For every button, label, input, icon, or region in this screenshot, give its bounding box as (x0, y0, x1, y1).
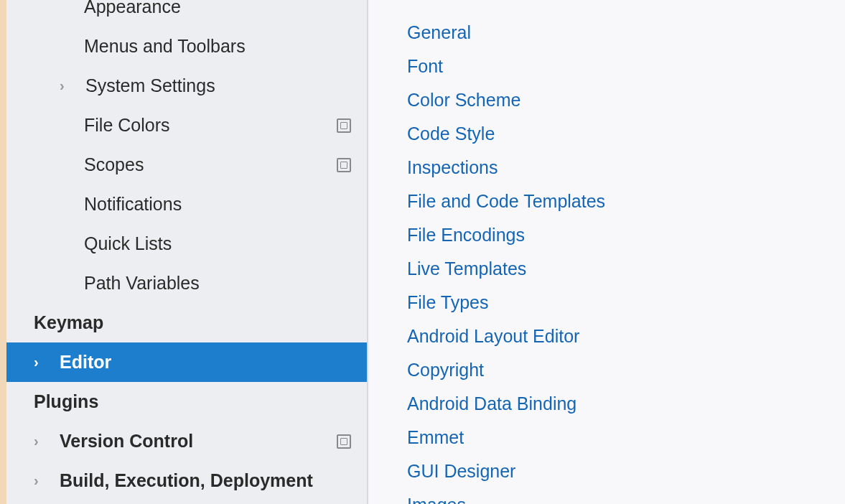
sidebar-item-label: Appearance (84, 0, 357, 17)
chevron-right-icon: › (34, 472, 39, 489)
sidebar-item-system-settings[interactable]: ›System Settings (6, 66, 367, 106)
project-level-icon (337, 118, 351, 133)
content-link-color-scheme[interactable]: Color Scheme (407, 83, 845, 117)
sidebar-item-menus-and-toolbars[interactable]: Menus and Toolbars (6, 27, 367, 66)
sidebar-item-label: File Colors (84, 115, 337, 136)
content-link-live-templates[interactable]: Live Templates (407, 252, 845, 286)
chevron-right-icon: › (34, 433, 39, 449)
sidebar-item-label: Plugins (34, 391, 357, 412)
sidebar-item-label: Scopes (84, 154, 337, 175)
sidebar-item-label: Version Control (60, 431, 337, 452)
sidebar-item-label: Quick Lists (84, 233, 357, 254)
sidebar-item-editor[interactable]: ›Editor (6, 342, 367, 382)
window-left-edge (0, 0, 6, 504)
content-link-images[interactable]: Images (407, 488, 845, 504)
content-link-file-and-code-templates[interactable]: File and Code Templates (407, 185, 845, 218)
chevron-right-icon: › (34, 354, 39, 370)
sidebar-item-label: Keymap (34, 312, 357, 333)
content-link-emmet[interactable]: Emmet (407, 421, 845, 454)
project-level-icon (337, 158, 351, 172)
content-link-android-layout-editor[interactable]: Android Layout Editor (407, 319, 845, 353)
sidebar-item-label: System Settings (85, 75, 357, 96)
sidebar-item-quick-lists[interactable]: Quick Lists (6, 224, 367, 263)
content-link-inspections[interactable]: Inspections (407, 151, 845, 185)
content-link-file-types[interactable]: File Types (407, 286, 845, 319)
sidebar-item-plugins[interactable]: Plugins (6, 382, 367, 421)
sidebar-item-notifications[interactable]: Notifications (6, 185, 367, 224)
sidebar-item-label: Menus and Toolbars (84, 36, 357, 57)
content-link-gui-designer[interactable]: GUI Designer (407, 454, 845, 488)
sidebar-item-build-execution-deployment[interactable]: ›Build, Execution, Deployment (6, 461, 367, 500)
content-link-font[interactable]: Font (407, 50, 845, 83)
settings-sidebar: AppearanceMenus and Toolbars›System Sett… (6, 0, 368, 504)
sidebar-item-label: Build, Execution, Deployment (60, 470, 357, 491)
sidebar-item-label: Editor (60, 352, 357, 373)
project-level-icon (337, 434, 351, 449)
settings-content: GeneralFontColor SchemeCode StyleInspect… (368, 0, 845, 504)
sidebar-item-path-variables[interactable]: Path Variables (6, 263, 367, 303)
chevron-right-icon: › (60, 78, 65, 94)
sidebar-item-scopes[interactable]: Scopes (6, 145, 367, 185)
sidebar-item-version-control[interactable]: ›Version Control (6, 421, 367, 461)
sidebar-item-file-colors[interactable]: File Colors (6, 106, 367, 145)
content-link-file-encodings[interactable]: File Encodings (407, 218, 845, 252)
sidebar-item-appearance[interactable]: Appearance (6, 0, 367, 27)
content-link-general[interactable]: General (407, 16, 845, 50)
sidebar-item-keymap[interactable]: Keymap (6, 303, 367, 342)
content-link-android-data-binding[interactable]: Android Data Binding (407, 387, 845, 421)
content-link-copyright[interactable]: Copyright (407, 353, 845, 387)
content-link-code-style[interactable]: Code Style (407, 117, 845, 151)
sidebar-item-label: Notifications (84, 194, 357, 215)
sidebar-item-label: Path Variables (84, 273, 357, 294)
